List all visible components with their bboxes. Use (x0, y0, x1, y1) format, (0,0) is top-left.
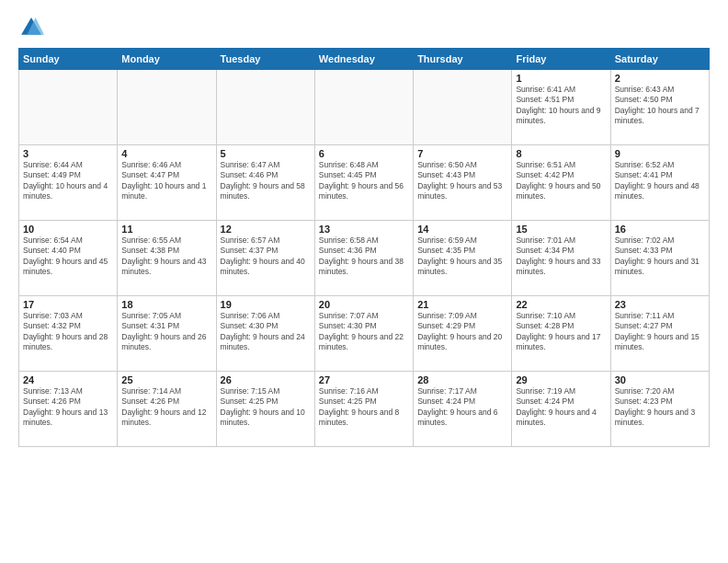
day-number: 8 (516, 148, 606, 159)
day-info: Sunrise: 7:17 AM Sunset: 4:24 PM Dayligh… (417, 386, 507, 429)
day-info: Sunrise: 6:54 AM Sunset: 4:40 PM Dayligh… (23, 236, 113, 278)
calendar-cell: 12Sunrise: 6:57 AM Sunset: 4:37 PM Dayli… (216, 221, 314, 296)
calendar-cell: 21Sunrise: 7:09 AM Sunset: 4:29 PM Dayli… (414, 296, 512, 372)
weekday-friday: Friday (512, 49, 610, 70)
calendar-cell: 29Sunrise: 7:19 AM Sunset: 4:24 PM Dayli… (512, 372, 610, 447)
calendar-cell: 22Sunrise: 7:10 AM Sunset: 4:28 PM Dayli… (512, 296, 610, 372)
day-number: 4 (121, 148, 211, 159)
day-info: Sunrise: 7:07 AM Sunset: 4:30 PM Dayligh… (319, 311, 409, 353)
day-number: 22 (516, 299, 606, 310)
week-row-2: 10Sunrise: 6:54 AM Sunset: 4:40 PM Dayli… (19, 221, 710, 296)
day-number: 11 (121, 224, 211, 235)
day-number: 20 (319, 299, 409, 310)
calendar-cell: 23Sunrise: 7:11 AM Sunset: 4:27 PM Dayli… (610, 296, 709, 372)
week-row-1: 3Sunrise: 6:44 AM Sunset: 4:49 PM Daylig… (19, 145, 710, 221)
calendar-cell (118, 70, 216, 145)
weekday-tuesday: Tuesday (216, 49, 314, 70)
calendar-cell (216, 70, 314, 145)
calendar-cell: 20Sunrise: 7:07 AM Sunset: 4:30 PM Dayli… (314, 296, 413, 372)
weekday-thursday: Thursday (414, 49, 512, 70)
day-info: Sunrise: 7:11 AM Sunset: 4:27 PM Dayligh… (615, 311, 705, 353)
day-info: Sunrise: 6:46 AM Sunset: 4:47 PM Dayligh… (121, 160, 211, 202)
day-number: 30 (615, 374, 705, 385)
day-info: Sunrise: 6:44 AM Sunset: 4:49 PM Dayligh… (23, 160, 113, 202)
day-number: 16 (615, 224, 705, 235)
day-number: 21 (417, 299, 507, 310)
day-number: 26 (221, 374, 311, 385)
day-number: 13 (319, 224, 409, 235)
calendar-cell: 9Sunrise: 6:52 AM Sunset: 4:41 PM Daylig… (610, 145, 709, 221)
calendar-cell: 14Sunrise: 6:59 AM Sunset: 4:35 PM Dayli… (414, 221, 512, 296)
calendar-cell: 17Sunrise: 7:03 AM Sunset: 4:32 PM Dayli… (19, 296, 118, 372)
calendar-cell: 26Sunrise: 7:15 AM Sunset: 4:25 PM Dayli… (216, 372, 314, 447)
calendar-cell: 27Sunrise: 7:16 AM Sunset: 4:25 PM Dayli… (314, 372, 413, 447)
weekday-saturday: Saturday (610, 49, 709, 70)
day-number: 2 (615, 73, 705, 84)
calendar-cell: 15Sunrise: 7:01 AM Sunset: 4:34 PM Dayli… (512, 221, 610, 296)
calendar-cell: 11Sunrise: 6:55 AM Sunset: 4:38 PM Dayli… (118, 221, 216, 296)
day-info: Sunrise: 7:19 AM Sunset: 4:24 PM Dayligh… (516, 386, 606, 429)
day-number: 9 (615, 148, 705, 159)
day-info: Sunrise: 7:10 AM Sunset: 4:28 PM Dayligh… (516, 311, 606, 353)
week-row-3: 17Sunrise: 7:03 AM Sunset: 4:32 PM Dayli… (19, 296, 710, 372)
day-info: Sunrise: 7:05 AM Sunset: 4:31 PM Dayligh… (121, 311, 211, 353)
day-number: 7 (417, 148, 507, 159)
calendar-cell: 4Sunrise: 6:46 AM Sunset: 4:47 PM Daylig… (118, 145, 216, 221)
calendar-cell: 8Sunrise: 6:51 AM Sunset: 4:42 PM Daylig… (512, 145, 610, 221)
day-info: Sunrise: 7:09 AM Sunset: 4:29 PM Dayligh… (417, 311, 507, 353)
day-info: Sunrise: 7:03 AM Sunset: 4:32 PM Dayligh… (23, 311, 113, 353)
day-number: 18 (121, 299, 211, 310)
calendar-cell: 3Sunrise: 6:44 AM Sunset: 4:49 PM Daylig… (19, 145, 118, 221)
day-number: 28 (417, 374, 507, 385)
page: SundayMondayTuesdayWednesdayThursdayFrid… (0, 0, 728, 563)
day-info: Sunrise: 6:51 AM Sunset: 4:42 PM Dayligh… (516, 160, 606, 202)
day-info: Sunrise: 7:16 AM Sunset: 4:25 PM Dayligh… (319, 386, 409, 429)
day-info: Sunrise: 7:02 AM Sunset: 4:33 PM Dayligh… (615, 236, 705, 278)
calendar-cell: 13Sunrise: 6:58 AM Sunset: 4:36 PM Dayli… (314, 221, 413, 296)
calendar-cell: 6Sunrise: 6:48 AM Sunset: 4:45 PM Daylig… (314, 145, 413, 221)
calendar-cell: 28Sunrise: 7:17 AM Sunset: 4:24 PM Dayli… (414, 372, 512, 447)
logo-icon (18, 15, 44, 40)
day-info: Sunrise: 6:55 AM Sunset: 4:38 PM Dayligh… (121, 236, 211, 278)
day-info: Sunrise: 6:59 AM Sunset: 4:35 PM Dayligh… (417, 236, 507, 278)
day-number: 17 (23, 299, 113, 310)
day-number: 24 (23, 374, 113, 385)
calendar-cell: 5Sunrise: 6:47 AM Sunset: 4:46 PM Daylig… (216, 145, 314, 221)
day-number: 10 (23, 224, 113, 235)
calendar-cell: 25Sunrise: 7:14 AM Sunset: 4:26 PM Dayli… (118, 372, 216, 447)
calendar-cell: 16Sunrise: 7:02 AM Sunset: 4:33 PM Dayli… (610, 221, 709, 296)
day-number: 23 (615, 299, 705, 310)
weekday-header-row: SundayMondayTuesdayWednesdayThursdayFrid… (19, 49, 710, 70)
day-info: Sunrise: 7:13 AM Sunset: 4:26 PM Dayligh… (23, 386, 113, 429)
weekday-wednesday: Wednesday (314, 49, 413, 70)
day-info: Sunrise: 6:57 AM Sunset: 4:37 PM Dayligh… (221, 236, 311, 278)
day-info: Sunrise: 6:52 AM Sunset: 4:41 PM Dayligh… (615, 160, 705, 202)
day-info: Sunrise: 6:58 AM Sunset: 4:36 PM Dayligh… (319, 236, 409, 278)
calendar-cell: 2Sunrise: 6:43 AM Sunset: 4:50 PM Daylig… (610, 70, 709, 145)
weekday-monday: Monday (118, 49, 216, 70)
day-number: 5 (221, 148, 311, 159)
logo (18, 15, 48, 40)
day-info: Sunrise: 7:06 AM Sunset: 4:30 PM Dayligh… (221, 311, 311, 353)
calendar-cell (19, 70, 118, 145)
calendar-cell (414, 70, 512, 145)
day-number: 1 (516, 73, 606, 84)
day-number: 25 (121, 374, 211, 385)
weekday-sunday: Sunday (19, 49, 118, 70)
day-info: Sunrise: 7:20 AM Sunset: 4:23 PM Dayligh… (615, 386, 705, 429)
week-row-4: 24Sunrise: 7:13 AM Sunset: 4:26 PM Dayli… (19, 372, 710, 447)
calendar-cell: 10Sunrise: 6:54 AM Sunset: 4:40 PM Dayli… (19, 221, 118, 296)
calendar-table: SundayMondayTuesdayWednesdayThursdayFrid… (18, 48, 710, 447)
day-info: Sunrise: 7:14 AM Sunset: 4:26 PM Dayligh… (121, 386, 211, 429)
calendar-cell: 30Sunrise: 7:20 AM Sunset: 4:23 PM Dayli… (610, 372, 709, 447)
day-info: Sunrise: 6:41 AM Sunset: 4:51 PM Dayligh… (516, 85, 606, 127)
calendar-cell: 1Sunrise: 6:41 AM Sunset: 4:51 PM Daylig… (512, 70, 610, 145)
day-number: 3 (23, 148, 113, 159)
day-number: 15 (516, 224, 606, 235)
calendar-cell: 7Sunrise: 6:50 AM Sunset: 4:43 PM Daylig… (414, 145, 512, 221)
day-info: Sunrise: 7:01 AM Sunset: 4:34 PM Dayligh… (516, 236, 606, 278)
calendar-cell (314, 70, 413, 145)
day-number: 14 (417, 224, 507, 235)
week-row-0: 1Sunrise: 6:41 AM Sunset: 4:51 PM Daylig… (19, 70, 710, 145)
day-info: Sunrise: 6:47 AM Sunset: 4:46 PM Dayligh… (221, 160, 311, 202)
